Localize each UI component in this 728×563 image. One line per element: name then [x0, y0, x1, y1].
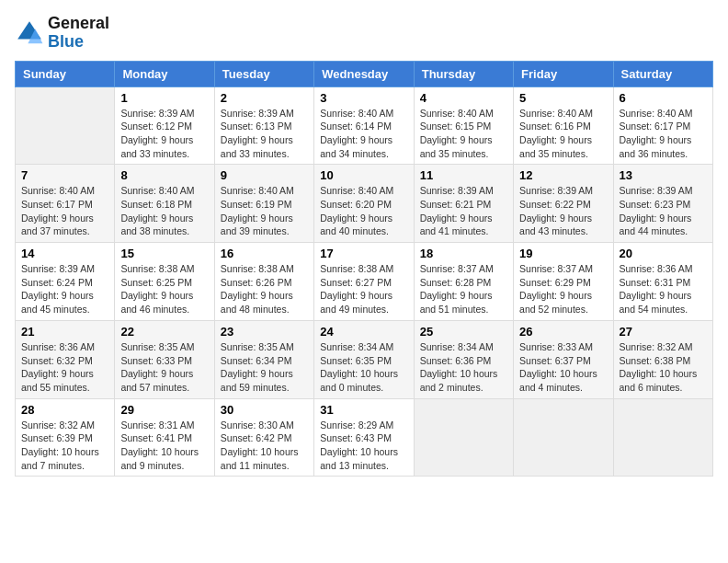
day-number: 15 [120, 247, 208, 260]
calendar-cell: 24Sunrise: 8:34 AM Sunset: 6:35 PM Dayli… [314, 320, 414, 398]
calendar-cell: 27Sunrise: 8:32 AM Sunset: 6:38 PM Dayli… [613, 320, 712, 398]
day-number: 29 [120, 403, 208, 417]
day-number: 11 [420, 168, 507, 182]
day-header-saturday: Saturday [613, 61, 712, 86]
day-number: 24 [320, 325, 407, 339]
calendar-cell: 5Sunrise: 8:40 AM Sunset: 6:16 PM Daylig… [514, 86, 613, 165]
calendar-cell: 26Sunrise: 8:33 AM Sunset: 6:37 PM Dayli… [514, 320, 613, 398]
day-number: 10 [320, 168, 407, 182]
day-content: Sunrise: 8:39 AM Sunset: 6:22 PM Dayligh… [519, 184, 607, 238]
day-number: 14 [21, 247, 108, 260]
day-content: Sunrise: 8:39 AM Sunset: 6:12 PM Dayligh… [120, 107, 208, 161]
calendar-cell: 25Sunrise: 8:34 AM Sunset: 6:36 PM Dayli… [414, 320, 513, 398]
calendar-body: 1Sunrise: 8:39 AM Sunset: 6:12 PM Daylig… [16, 86, 713, 477]
day-content: Sunrise: 8:40 AM Sunset: 6:20 PM Dayligh… [320, 184, 407, 238]
calendar-cell: 14Sunrise: 8:39 AM Sunset: 6:24 PM Dayli… [16, 243, 115, 321]
calendar-cell: 16Sunrise: 8:38 AM Sunset: 6:26 PM Dayli… [214, 243, 313, 321]
day-content: Sunrise: 8:40 AM Sunset: 6:17 PM Dayligh… [620, 107, 707, 161]
calendar-week-2: 7Sunrise: 8:40 AM Sunset: 6:17 PM Daylig… [16, 165, 713, 243]
day-number: 20 [620, 247, 707, 260]
calendar-cell [16, 86, 115, 165]
day-number: 25 [420, 325, 507, 339]
day-header-wednesday: Wednesday [314, 61, 414, 86]
calendar-cell: 1Sunrise: 8:39 AM Sunset: 6:12 PM Daylig… [115, 86, 214, 165]
day-header-monday: Monday [115, 61, 214, 86]
day-number: 23 [221, 325, 308, 339]
day-content: Sunrise: 8:40 AM Sunset: 6:18 PM Dayligh… [120, 184, 208, 238]
day-number: 2 [221, 91, 308, 105]
day-number: 28 [21, 403, 108, 417]
day-content: Sunrise: 8:40 AM Sunset: 6:17 PM Dayligh… [21, 184, 108, 238]
day-number: 21 [21, 325, 108, 339]
calendar-cell: 11Sunrise: 8:39 AM Sunset: 6:21 PM Dayli… [414, 165, 513, 243]
calendar-cell: 20Sunrise: 8:36 AM Sunset: 6:31 PM Dayli… [613, 243, 712, 321]
day-number: 4 [420, 91, 507, 105]
day-number: 17 [320, 247, 407, 260]
day-number: 31 [320, 403, 407, 417]
day-content: Sunrise: 8:29 AM Sunset: 6:43 PM Dayligh… [320, 419, 407, 473]
calendar-cell: 30Sunrise: 8:30 AM Sunset: 6:42 PM Dayli… [214, 398, 313, 477]
calendar-cell: 6Sunrise: 8:40 AM Sunset: 6:17 PM Daylig… [613, 86, 712, 165]
calendar-table: SundayMondayTuesdayWednesdayThursdayFrid… [15, 61, 713, 477]
day-number: 1 [120, 91, 208, 105]
day-content: Sunrise: 8:37 AM Sunset: 6:29 PM Dayligh… [519, 262, 607, 316]
calendar-cell: 19Sunrise: 8:37 AM Sunset: 6:29 PM Dayli… [514, 243, 613, 321]
day-number: 9 [221, 168, 308, 182]
day-number: 8 [120, 168, 208, 182]
day-content: Sunrise: 8:38 AM Sunset: 6:26 PM Dayligh… [221, 262, 308, 316]
day-number: 18 [420, 247, 507, 260]
calendar-cell: 8Sunrise: 8:40 AM Sunset: 6:18 PM Daylig… [115, 165, 214, 243]
day-content: Sunrise: 8:40 AM Sunset: 6:15 PM Dayligh… [420, 107, 507, 161]
day-content: Sunrise: 8:35 AM Sunset: 6:34 PM Dayligh… [221, 340, 308, 395]
day-content: Sunrise: 8:39 AM Sunset: 6:21 PM Dayligh… [420, 184, 507, 238]
calendar-cell: 31Sunrise: 8:29 AM Sunset: 6:43 PM Dayli… [314, 398, 414, 477]
day-header-tuesday: Tuesday [214, 61, 313, 86]
day-header-thursday: Thursday [414, 61, 513, 86]
day-content: Sunrise: 8:32 AM Sunset: 6:38 PM Dayligh… [620, 340, 707, 395]
calendar-cell: 13Sunrise: 8:39 AM Sunset: 6:23 PM Dayli… [613, 165, 712, 243]
day-content: Sunrise: 8:36 AM Sunset: 6:32 PM Dayligh… [21, 340, 108, 395]
logo-text: General Blue [48, 15, 109, 52]
calendar-header: SundayMondayTuesdayWednesdayThursdayFrid… [16, 61, 713, 86]
day-number: 13 [620, 168, 707, 182]
day-content: Sunrise: 8:40 AM Sunset: 6:16 PM Dayligh… [519, 107, 607, 161]
day-content: Sunrise: 8:34 AM Sunset: 6:35 PM Dayligh… [320, 340, 407, 395]
day-number: 27 [620, 325, 707, 339]
calendar-cell [414, 398, 513, 477]
day-content: Sunrise: 8:32 AM Sunset: 6:39 PM Dayligh… [21, 419, 108, 473]
day-number: 3 [320, 91, 407, 105]
day-number: 22 [120, 325, 208, 339]
day-content: Sunrise: 8:33 AM Sunset: 6:37 PM Dayligh… [519, 340, 607, 395]
day-number: 5 [519, 91, 607, 105]
day-content: Sunrise: 8:39 AM Sunset: 6:23 PM Dayligh… [620, 184, 707, 238]
calendar-cell: 15Sunrise: 8:38 AM Sunset: 6:25 PM Dayli… [115, 243, 214, 321]
calendar-cell: 29Sunrise: 8:31 AM Sunset: 6:41 PM Dayli… [115, 398, 214, 477]
logo-icon [15, 18, 44, 48]
day-content: Sunrise: 8:35 AM Sunset: 6:33 PM Dayligh… [120, 340, 208, 395]
day-number: 6 [620, 91, 707, 105]
calendar-cell: 3Sunrise: 8:40 AM Sunset: 6:14 PM Daylig… [314, 86, 414, 165]
day-number: 7 [21, 168, 108, 182]
day-content: Sunrise: 8:38 AM Sunset: 6:25 PM Dayligh… [120, 262, 208, 316]
day-header-sunday: Sunday [16, 61, 115, 86]
day-content: Sunrise: 8:31 AM Sunset: 6:41 PM Dayligh… [120, 419, 208, 473]
day-number: 16 [221, 247, 308, 260]
day-content: Sunrise: 8:34 AM Sunset: 6:36 PM Dayligh… [420, 340, 507, 395]
day-content: Sunrise: 8:39 AM Sunset: 6:24 PM Dayligh… [21, 262, 108, 316]
day-header-friday: Friday [514, 61, 613, 86]
calendar-cell: 17Sunrise: 8:38 AM Sunset: 6:27 PM Dayli… [314, 243, 414, 321]
day-content: Sunrise: 8:30 AM Sunset: 6:42 PM Dayligh… [221, 419, 308, 473]
calendar-week-4: 21Sunrise: 8:36 AM Sunset: 6:32 PM Dayli… [16, 320, 713, 398]
page-header: General Blue [15, 15, 713, 52]
day-number: 12 [519, 168, 607, 182]
day-content: Sunrise: 8:40 AM Sunset: 6:14 PM Dayligh… [320, 107, 407, 161]
calendar-cell: 23Sunrise: 8:35 AM Sunset: 6:34 PM Dayli… [214, 320, 313, 398]
calendar-cell: 22Sunrise: 8:35 AM Sunset: 6:33 PM Dayli… [115, 320, 214, 398]
calendar-week-3: 14Sunrise: 8:39 AM Sunset: 6:24 PM Dayli… [16, 243, 713, 321]
day-number: 30 [221, 403, 308, 417]
day-content: Sunrise: 8:38 AM Sunset: 6:27 PM Dayligh… [320, 262, 407, 316]
day-number: 26 [519, 325, 607, 339]
calendar-cell: 4Sunrise: 8:40 AM Sunset: 6:15 PM Daylig… [414, 86, 513, 165]
logo: General Blue [15, 15, 109, 52]
day-content: Sunrise: 8:36 AM Sunset: 6:31 PM Dayligh… [620, 262, 707, 316]
